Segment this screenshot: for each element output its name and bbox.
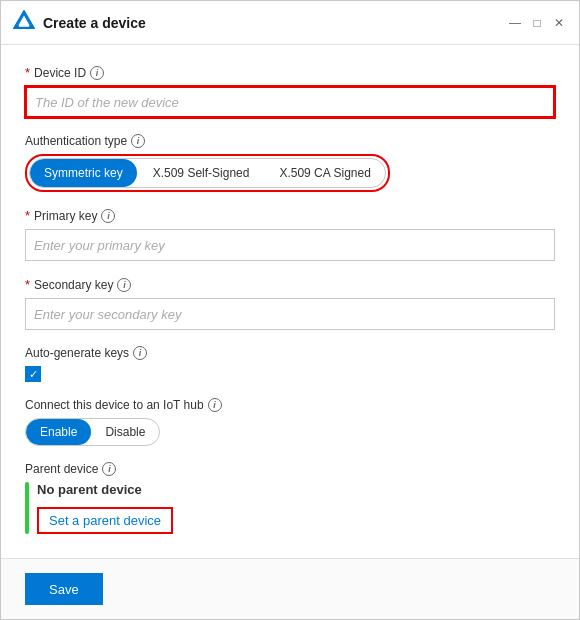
device-id-group: * Device ID i xyxy=(25,65,555,118)
auto-generate-checkbox[interactable]: ✓ xyxy=(25,366,41,382)
primary-key-label: * Primary key i xyxy=(25,208,555,223)
auth-symmetric-key-button[interactable]: Symmetric key xyxy=(30,159,137,187)
parent-device-label-text: Parent device xyxy=(25,462,98,476)
parent-device-group: Parent device i No parent device Set a p… xyxy=(25,462,555,534)
auth-type-label-text: Authentication type xyxy=(25,134,127,148)
save-button[interactable]: Save xyxy=(25,573,103,605)
auth-x509-ca-signed-button[interactable]: X.509 CA Signed xyxy=(265,159,384,187)
connect-to-hub-label: Connect this device to an IoT hub i xyxy=(25,398,555,412)
title-bar-controls: — □ ✕ xyxy=(507,15,567,31)
primary-key-label-text: Primary key xyxy=(34,209,97,223)
restore-button[interactable]: □ xyxy=(529,15,545,31)
parent-device-label: Parent device i xyxy=(25,462,555,476)
title-bar: Create a device — □ ✕ xyxy=(1,1,579,45)
device-id-label-text: Device ID xyxy=(34,66,86,80)
auto-generate-label: Auto-generate keys i xyxy=(25,346,555,360)
device-id-input[interactable] xyxy=(25,86,555,118)
auth-x509-self-signed-button[interactable]: X.509 Self-Signed xyxy=(139,159,264,187)
secondary-key-input[interactable] xyxy=(25,298,555,330)
green-bar-indicator xyxy=(25,482,29,534)
secondary-key-group: * Secondary key i xyxy=(25,277,555,330)
required-star-secondary-key: * xyxy=(25,277,30,292)
set-parent-device-button[interactable]: Set a parent device xyxy=(37,507,173,534)
connect-to-hub-group: Connect this device to an IoT hub i Enab… xyxy=(25,398,555,446)
parent-device-info-icon[interactable]: i xyxy=(102,462,116,476)
azure-icon xyxy=(13,10,35,35)
secondary-key-info-icon[interactable]: i xyxy=(117,278,131,292)
connect-to-hub-toggle: Enable Disable xyxy=(25,418,160,446)
auth-type-toggle: Symmetric key X.509 Self-Signed X.509 CA… xyxy=(29,158,386,188)
form-content: * Device ID i Authentication type i Symm… xyxy=(1,45,579,558)
required-star-primary-key: * xyxy=(25,208,30,223)
auth-type-label: Authentication type i xyxy=(25,134,555,148)
title-bar-left: Create a device xyxy=(13,10,146,35)
device-id-label: * Device ID i xyxy=(25,65,555,80)
parent-device-section: No parent device Set a parent device xyxy=(25,482,555,534)
connect-to-hub-info-icon[interactable]: i xyxy=(208,398,222,412)
secondary-key-label: * Secondary key i xyxy=(25,277,555,292)
auto-generate-info-icon[interactable]: i xyxy=(133,346,147,360)
window-title: Create a device xyxy=(43,15,146,31)
create-device-window: Create a device — □ ✕ * Device ID i Auth… xyxy=(0,0,580,620)
primary-key-info-icon[interactable]: i xyxy=(101,209,115,223)
connect-disable-button[interactable]: Disable xyxy=(91,419,159,445)
device-id-info-icon[interactable]: i xyxy=(90,66,104,80)
auth-type-info-icon[interactable]: i xyxy=(131,134,145,148)
primary-key-group: * Primary key i xyxy=(25,208,555,261)
connect-to-hub-label-text: Connect this device to an IoT hub xyxy=(25,398,204,412)
connect-enable-button[interactable]: Enable xyxy=(26,419,91,445)
checkmark-icon: ✓ xyxy=(29,369,38,380)
required-star-device-id: * xyxy=(25,65,30,80)
footer-bar: Save xyxy=(1,558,579,619)
minimize-button[interactable]: — xyxy=(507,15,523,31)
parent-device-content: No parent device Set a parent device xyxy=(37,482,173,534)
close-button[interactable]: ✕ xyxy=(551,15,567,31)
auto-generate-checkbox-container: ✓ xyxy=(25,366,555,382)
auth-type-group: Authentication type i Symmetric key X.50… xyxy=(25,134,555,192)
auto-generate-label-text: Auto-generate keys xyxy=(25,346,129,360)
auto-generate-group: Auto-generate keys i ✓ xyxy=(25,346,555,382)
auth-type-container: Symmetric key X.509 Self-Signed X.509 CA… xyxy=(25,154,390,192)
no-parent-device-text: No parent device xyxy=(37,482,173,497)
secondary-key-label-text: Secondary key xyxy=(34,278,113,292)
primary-key-input[interactable] xyxy=(25,229,555,261)
